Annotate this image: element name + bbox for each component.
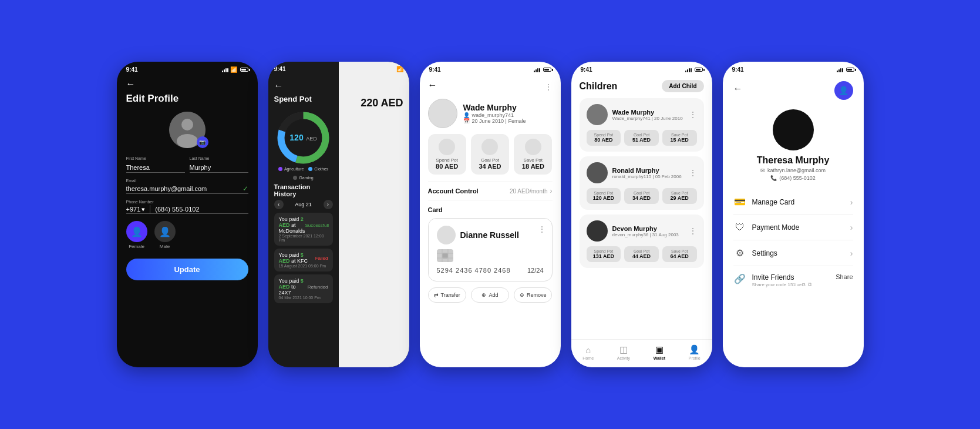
ronald-pots: Spend Pot 120 AED Goal Pot 34 AED Save P… <box>587 188 697 204</box>
spend-pot-icon <box>439 139 455 155</box>
screen-children: 9:41 Children Add Child Wade Murph <box>571 62 712 367</box>
phone-number-input[interactable] <box>155 206 248 213</box>
devon-more-icon[interactable]: ⋮ <box>689 226 697 236</box>
nav-home[interactable]: ⌂ Home <box>582 345 594 360</box>
share-button[interactable]: Share <box>836 273 853 280</box>
cal-icon: 📅 <box>463 118 470 124</box>
ronald-details: Ronald Murphy ronald_murphy115 | 05 Feb … <box>612 167 682 179</box>
tx-item-3-top: You paid 5 AED to 24X7 Refunded <box>279 278 328 296</box>
child-card-devon: Devon Murphy devon_murphy36 | 31 Aug 200… <box>580 214 704 268</box>
card-more-button[interactable]: ⋮ <box>538 224 546 234</box>
screen-edit-profile: 9:41 📶 ← Edit Profile <box>117 62 258 367</box>
ronald-more-icon[interactable]: ⋮ <box>689 168 697 177</box>
back-button-3[interactable]: ← <box>428 80 437 91</box>
devon-spend-amount: 131 AED <box>591 253 617 259</box>
wade-pots: Spend Pot 80 AED Goal Pot 51 AED Save Po… <box>587 130 697 146</box>
save-pot-amount: 18 AED <box>518 163 547 170</box>
status-icons-5 <box>837 68 854 72</box>
profile-content: ← 👤 Theresa Murphy ✉ kathryn.lane@gmail.… <box>723 75 864 301</box>
child-dob: 📅 20 June 2010 | Female <box>463 118 526 124</box>
manage-card-chevron: › <box>850 197 853 207</box>
more-button-3[interactable]: ⋮ <box>544 82 553 92</box>
profile-menu: 💳 Manage Card › 🛡 Payment Mode › ⚙ Set <box>733 189 853 295</box>
manage-card-item[interactable]: 💳 Manage Card › <box>733 189 853 215</box>
profile-avatar-section: Theresa Murphy ✉ kathryn.lane@gmail.com … <box>733 109 853 181</box>
card-icon: 💳 <box>733 196 746 207</box>
profile-label: Profile <box>689 356 701 360</box>
chevron-right-icon: › <box>550 187 553 195</box>
tx-merchant-2: You paid 5 AED at KFC <box>279 252 315 264</box>
add-button[interactable]: ⊕ Add <box>471 287 509 303</box>
card-chip-row <box>437 249 544 262</box>
tx-item-3: You paid 5 AED to 24X7 Refunded 04 Mar 2… <box>274 274 333 303</box>
spend-pot-right: 220 AED <box>339 76 409 367</box>
nav-profile[interactable]: 👤 Profile <box>689 344 701 360</box>
email-row: ✓ <box>126 184 248 194</box>
payment-mode-left: 🛡 Payment Mode <box>733 222 800 233</box>
nav-wallet[interactable]: ▣ Wallet <box>654 344 665 360</box>
battery-4 <box>695 68 703 72</box>
ronald-avatar <box>587 162 608 183</box>
transfer-button[interactable]: ⇄ Transfer <box>428 287 466 303</box>
profile-icon: 👤 <box>689 344 700 355</box>
wade-spend-pot: Spend Pot 80 AED <box>587 130 621 146</box>
copy-icon[interactable]: ⧉ <box>808 281 811 288</box>
spend-pot-split: ← Spend Pot 120 <box>268 76 409 367</box>
remove-button[interactable]: ⊖ Remove <box>514 287 552 303</box>
account-control-label: Account Control <box>428 187 479 195</box>
wade-spend-amount: 80 AED <box>591 137 617 143</box>
card-header: Dianne Russell <box>437 226 544 244</box>
settings-chevron: › <box>850 249 853 258</box>
ronald-name: Ronald Murphy <box>612 167 682 174</box>
settings-item[interactable]: ⚙ Settings › <box>733 240 853 266</box>
battery-5 <box>846 68 854 72</box>
phone-label: Phone Number <box>126 200 248 204</box>
transfer-label: Transfer <box>441 292 460 298</box>
tx-nav-prev[interactable]: ‹ <box>274 200 284 209</box>
nav-activity[interactable]: ◫ Activity <box>617 344 630 360</box>
wade-avatar <box>587 104 608 125</box>
wade-more-icon[interactable]: ⋮ <box>689 110 697 119</box>
time-4: 9:41 <box>581 66 592 73</box>
right-spacer <box>345 81 403 97</box>
status-bar-3: 9:41 <box>420 62 561 75</box>
wade-name: Wade Murphy <box>612 109 683 116</box>
pots-row-3: Spend Pot 80 AED Goal Pot 34 AED Save Po… <box>428 134 553 175</box>
back-button-2[interactable]: ← <box>274 81 333 91</box>
debit-card: Dianne Russell ⋮ 5294 2436 4780 2468 <box>428 218 553 281</box>
payment-mode-label: Payment Mode <box>752 223 800 232</box>
profile-avatar <box>773 109 814 150</box>
back-button[interactable]: ← <box>126 79 248 89</box>
avatar-edit-button[interactable]: 📷 <box>197 136 208 148</box>
payment-mode-item[interactable]: 🛡 Payment Mode › <box>733 215 853 240</box>
tx-merchant-3: You paid 5 AED to 24X7 <box>279 278 308 296</box>
children-content: Children Add Child Wade Murphy Wade_murp… <box>571 75 712 277</box>
ronald-save-label: Save Pot <box>667 191 692 195</box>
card-avatar <box>437 226 456 244</box>
tx-amount-1: 2 AED <box>279 216 304 228</box>
update-button[interactable]: Update <box>126 259 248 280</box>
legend-label-clothes: Clothes <box>314 167 328 171</box>
email-input[interactable] <box>126 184 243 193</box>
child-card-wade-info: Wade Murphy Wade_murphy741 | 20 June 201… <box>587 104 683 125</box>
gender-female[interactable]: 👤 Female <box>126 221 147 249</box>
gender-male[interactable]: 👤 Male <box>154 221 176 249</box>
tx-nav-next[interactable]: › <box>324 200 333 209</box>
back-button-5[interactable]: ← <box>733 83 743 94</box>
add-child-button[interactable]: Add Child <box>662 80 703 92</box>
tx-status-2: Failed <box>315 256 328 261</box>
legend-agriculture: Agriculture <box>278 167 304 171</box>
home-label: Home <box>582 356 594 360</box>
wade-spend-label: Spend Pot <box>591 133 617 137</box>
devon-details: Devon Murphy devon_murphy36 | 31 Aug 200… <box>612 225 679 237</box>
child-header: Wade Murphy 👤 wade_murphy741 📅 20 June 2… <box>428 99 553 128</box>
last-name-input[interactable] <box>190 163 248 173</box>
transfer-icon: ⇄ <box>434 292 439 298</box>
devon-goal-pot: Goal Pot 44 AED <box>624 246 659 262</box>
child-card-ronald-header: Ronald Murphy ronald_murphy115 | 05 Feb … <box>587 162 697 183</box>
chart-value: 120 <box>289 133 303 142</box>
legend-label-agri: Agriculture <box>284 167 304 171</box>
first-name-input[interactable] <box>126 163 185 173</box>
logo-icon <box>774 351 790 367</box>
tx-item-2-top: You paid 5 AED at KFC Failed <box>279 252 328 264</box>
